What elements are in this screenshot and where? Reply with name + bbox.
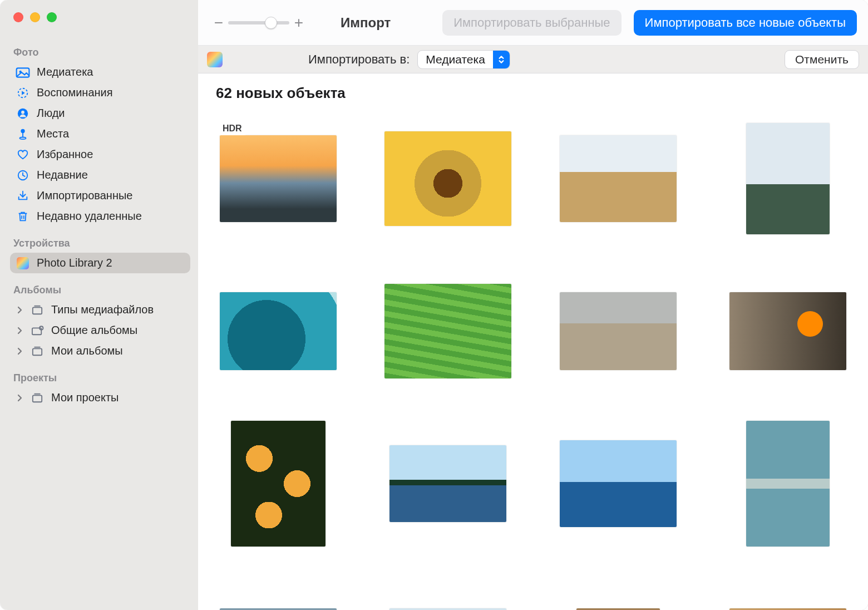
main-area: − + Импорт Импортировать выбранные Импор… <box>198 0 868 610</box>
zoom-slider[interactable] <box>228 21 289 24</box>
video-icon <box>220 276 237 288</box>
trash-icon <box>16 210 30 223</box>
import-subbar: Импортировать в: Медиатека Отменить <box>198 46 868 73</box>
sidebar-item-recents[interactable]: Недавние <box>10 165 190 185</box>
chevron-right-icon <box>16 347 23 355</box>
sidebar-item-media-types[interactable]: Типы медиафайлов <box>10 299 190 320</box>
sidebar-item-label: Воспоминания <box>37 86 113 99</box>
import-all-button[interactable]: Импортировать все новые объекты <box>634 10 857 36</box>
sidebar-item-shared-albums[interactable]: Общие альбомы <box>10 320 190 341</box>
thumb-sunflower[interactable] <box>383 117 514 240</box>
sidebar-item-label: Недавние <box>37 169 88 181</box>
import-selected-button[interactable]: Импортировать выбранные <box>442 10 621 36</box>
thumbnail-image <box>220 292 337 370</box>
thumb-garage[interactable] <box>723 270 854 392</box>
sidebar-item-label: Photo Library 2 <box>37 257 112 269</box>
zoom-control: − + <box>213 14 305 32</box>
album-stack-icon <box>30 304 45 316</box>
svg-point-8 <box>20 137 26 139</box>
svg-point-5 <box>21 110 24 114</box>
sidebar-item-recently-deleted[interactable]: Недавно удаленные <box>10 206 190 227</box>
sidebar-item-library[interactable]: Медиатека <box>10 62 190 82</box>
thumbnail-grid: HDR <box>213 117 854 610</box>
close-window-button[interactable] <box>13 12 23 22</box>
thumb-kid-1[interactable] <box>213 575 344 610</box>
import-destination-select[interactable]: Медиатека <box>417 50 510 69</box>
thumbnail-image <box>384 284 511 378</box>
shared-albums-icon <box>30 324 45 337</box>
thumbnail-image <box>746 421 830 547</box>
thumb-reflection[interactable] <box>723 422 854 545</box>
svg-rect-14 <box>33 395 42 402</box>
thumb-lake[interactable] <box>383 422 514 545</box>
sidebar-item-label: Люди <box>37 107 65 120</box>
svg-rect-13 <box>33 348 42 355</box>
svg-rect-7 <box>22 132 23 137</box>
thumb-rice-field[interactable] <box>383 270 514 392</box>
thumb-sunset[interactable]: HDR <box>213 117 344 240</box>
thumb-smoke[interactable] <box>213 270 344 392</box>
sidebar-item-favorites[interactable]: Избранное <box>10 144 190 165</box>
sidebar-item-label: Общие альбомы <box>51 324 137 337</box>
zoom-out-button[interactable]: − <box>213 14 225 32</box>
thumbnail-image <box>560 135 677 222</box>
sidebar-item-label: Импортированные <box>37 189 132 202</box>
thumb-tree[interactable] <box>383 575 514 610</box>
imported-icon <box>16 190 30 202</box>
thumbnail-image <box>384 131 511 226</box>
video-icon <box>560 276 577 288</box>
sidebar-item-my-albums[interactable]: Мои альбомы <box>10 341 190 361</box>
thumb-kid-2[interactable] <box>553 575 684 610</box>
sidebar-item-places[interactable]: Места <box>10 124 190 144</box>
favorites-icon <box>16 149 30 161</box>
photos-app-icon <box>16 257 30 269</box>
thumbnail-image <box>560 440 677 527</box>
thumbnail-image <box>389 445 506 522</box>
sidebar-item-label: Места <box>37 127 69 140</box>
zoom-slider-thumb[interactable] <box>265 17 277 29</box>
svg-point-6 <box>21 129 24 132</box>
thumb-field[interactable] <box>553 117 684 240</box>
select-caret-icon <box>493 51 510 68</box>
sidebar-section-projects: Проекты <box>13 372 187 384</box>
svg-rect-10 <box>33 307 42 314</box>
thumb-sea[interactable] <box>553 422 684 545</box>
svg-marker-3 <box>22 91 25 95</box>
sidebar-item-label: Типы медиафайлов <box>51 303 154 316</box>
photos-app-icon <box>207 52 223 67</box>
new-items-heading: 62 новых объекта <box>216 85 854 102</box>
recents-icon <box>16 169 30 181</box>
thumbnail-image <box>746 123 830 234</box>
thumb-flowers[interactable] <box>213 422 344 545</box>
sidebar-section-photos: Фото <box>13 47 187 58</box>
chevron-right-icon <box>16 327 23 334</box>
sidebar-item-imported[interactable]: Импортированные <box>10 185 190 206</box>
thumb-kid-3[interactable] <box>723 575 854 610</box>
album-stack-icon <box>30 345 45 357</box>
sidebar-item-memories[interactable]: Воспоминания <box>10 82 190 103</box>
minimize-window-button[interactable] <box>30 12 40 22</box>
sidebar-item-device-photo-library-2[interactable]: Photo Library 2 <box>10 253 190 273</box>
sidebar-item-people[interactable]: Люди <box>10 103 190 124</box>
fullscreen-window-button[interactable] <box>47 12 57 22</box>
toolbar: − + Импорт Импортировать выбранные Импор… <box>198 0 868 46</box>
sidebar-item-label: Избранное <box>37 148 93 161</box>
thumbnail-image <box>220 135 337 222</box>
album-stack-icon <box>30 392 45 404</box>
photo-library-icon <box>16 66 30 78</box>
thumbnail-image <box>231 421 326 547</box>
sidebar-item-label: Недавно удаленные <box>37 210 142 223</box>
places-icon <box>16 128 30 140</box>
thumb-mountain[interactable] <box>723 117 854 240</box>
sidebar-item-label: Мои проекты <box>51 391 119 404</box>
memories-icon <box>16 87 30 99</box>
import-to-label: Импортировать в: <box>308 52 410 67</box>
cancel-button[interactable]: Отменить <box>785 50 859 69</box>
app-window: Фото Медиатека Воспоминания Люди Места <box>0 0 868 610</box>
sidebar-item-label: Медиатека <box>37 66 93 78</box>
sidebar-item-my-projects[interactable]: Мои проекты <box>10 387 190 408</box>
zoom-in-button[interactable]: + <box>293 14 305 32</box>
thumb-cityscape[interactable] <box>553 270 684 392</box>
chevron-right-icon <box>16 394 23 402</box>
sidebar-section-devices: Устройства <box>13 238 187 249</box>
